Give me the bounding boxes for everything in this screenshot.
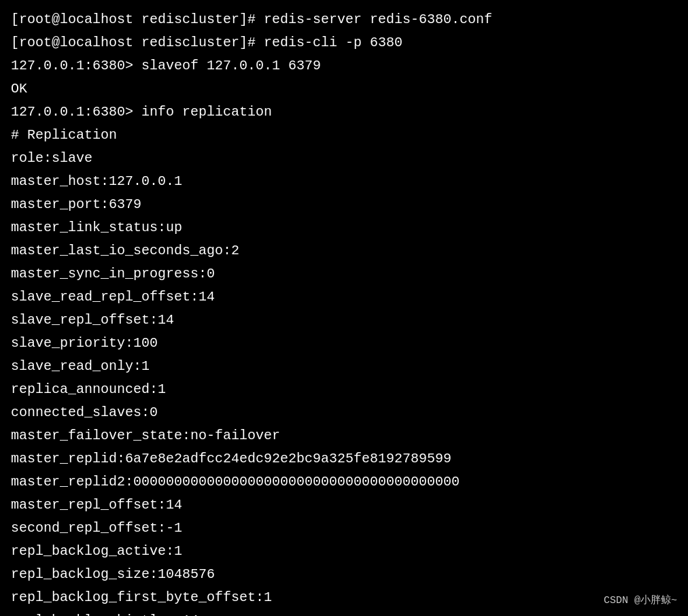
terminal-line: master_port:6379 bbox=[11, 193, 677, 216]
terminal-line: master_link_status:up bbox=[11, 216, 677, 239]
terminal-line: master_last_io_seconds_ago:2 bbox=[11, 239, 677, 262]
terminal-line: slave_priority:100 bbox=[11, 332, 677, 355]
terminal-line: master_replid:6a7e8e2adfcc24edc92e2bc9a3… bbox=[11, 447, 677, 470]
terminal-line: [root@localhost rediscluster]# redis-ser… bbox=[11, 8, 677, 31]
terminal-line: master_failover_state:no-failover bbox=[11, 424, 677, 447]
terminal-line: 127.0.0.1:6380> info replication bbox=[11, 101, 677, 124]
terminal-output: [root@localhost rediscluster]# redis-ser… bbox=[11, 8, 677, 616]
terminal-line: repl_backlog_first_byte_offset:1 bbox=[11, 586, 677, 609]
terminal-line: slave_read_repl_offset:14 bbox=[11, 286, 677, 309]
terminal-line: second_repl_offset:-1 bbox=[11, 517, 677, 540]
terminal-line: slave_repl_offset:14 bbox=[11, 309, 677, 332]
terminal-line: OK bbox=[11, 78, 677, 101]
terminal-line: [root@localhost rediscluster]# redis-cli… bbox=[11, 31, 677, 54]
terminal-line: slave_read_only:1 bbox=[11, 355, 677, 378]
terminal-line: repl_backlog_histlen:14 bbox=[11, 609, 677, 616]
terminal-line: master_repl_offset:14 bbox=[11, 494, 677, 517]
terminal-window: [root@localhost rediscluster]# redis-ser… bbox=[0, 0, 688, 616]
terminal-line: master_replid2:0000000000000000000000000… bbox=[11, 470, 677, 494]
terminal-line: role:slave bbox=[11, 147, 677, 170]
terminal-line: replica_announced:1 bbox=[11, 378, 677, 401]
terminal-line: # Replication bbox=[11, 124, 677, 147]
terminal-line: master_sync_in_progress:0 bbox=[11, 262, 677, 286]
watermark: CSDN @小胖鲸~ bbox=[604, 594, 677, 606]
terminal-line: connected_slaves:0 bbox=[11, 401, 677, 424]
terminal-line: repl_backlog_size:1048576 bbox=[11, 563, 677, 586]
terminal-line: repl_backlog_active:1 bbox=[11, 540, 677, 563]
terminal-line: 127.0.0.1:6380> slaveof 127.0.0.1 6379 bbox=[11, 54, 677, 78]
terminal-line: master_host:127.0.0.1 bbox=[11, 170, 677, 193]
